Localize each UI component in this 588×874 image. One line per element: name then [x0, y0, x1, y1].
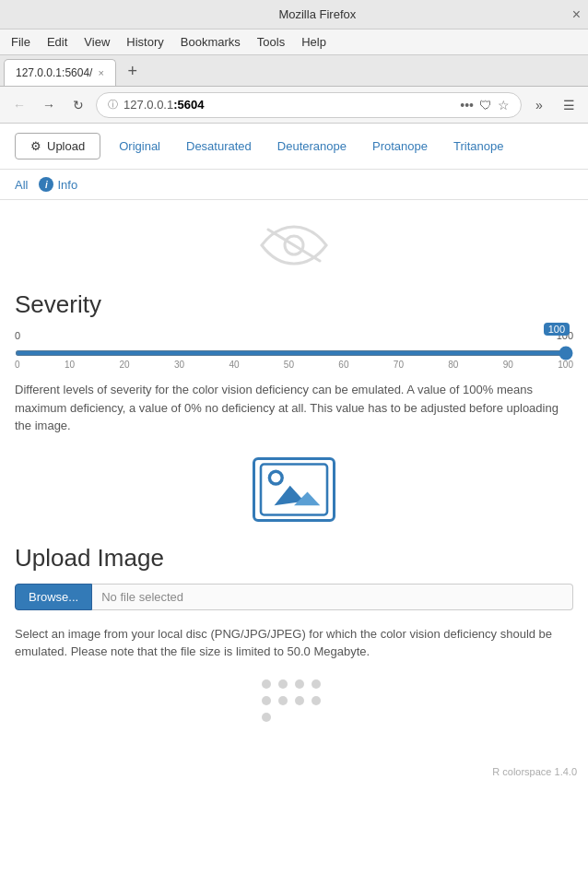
address-icons: ••• 🛡 ☆: [460, 98, 510, 112]
all-filter-button[interactable]: All: [15, 178, 28, 192]
more-icon[interactable]: •••: [460, 98, 474, 112]
forward-button[interactable]: →: [37, 93, 61, 117]
url-field[interactable]: ⓘ 127.0.0.1:5604 ••• 🛡 ☆: [96, 92, 522, 118]
window-title: Mozilla Firefox: [63, 7, 572, 21]
menu-edit[interactable]: Edit: [40, 32, 75, 52]
upload-image-section: Upload Image Browse... No file selected …: [15, 544, 573, 661]
tab-label: 127.0.0.1:5604/: [16, 66, 92, 79]
menubar: File Edit View History Bookmarks Tools H…: [0, 30, 588, 55]
image-icon-wrapper: [15, 457, 573, 522]
filter-row: All i Info: [0, 170, 588, 200]
spinner-dot: [278, 696, 288, 705]
image-placeholder-icon: [253, 457, 335, 522]
severity-slider[interactable]: [15, 350, 573, 356]
window-titlebar: Mozilla Firefox ×: [0, 0, 588, 30]
browser-tab[interactable]: 127.0.0.1:5604/ ×: [4, 59, 116, 86]
filter-tritanope[interactable]: Tritanope: [446, 136, 511, 157]
upload-button[interactable]: ⚙ Upload: [15, 133, 100, 159]
menu-help[interactable]: Help: [294, 32, 334, 52]
page-content: ⚙ Upload Original Desaturated Deuteranop…: [0, 124, 588, 874]
file-input-row: Browse... No file selected: [15, 584, 573, 610]
browse-button[interactable]: Browse...: [15, 584, 92, 610]
shield-icon[interactable]: 🛡: [479, 98, 492, 112]
url-text: 127.0.0.1:5604: [123, 98, 454, 112]
filter-protanope[interactable]: Protanope: [365, 136, 435, 157]
slider-value-badge: 100: [544, 323, 570, 336]
spinner-dot: [295, 679, 304, 689]
spinner-dot: [312, 679, 321, 689]
menu-button[interactable]: ☰: [557, 93, 581, 117]
slider-labels-top: 0 100: [15, 330, 573, 341]
eye-icon: [257, 222, 331, 268]
eye-icon-wrapper: [15, 222, 573, 268]
tab-bar: 127.0.0.1:5604/ × +: [0, 55, 588, 87]
spinner-dot: [278, 679, 288, 689]
expand-button[interactable]: »: [527, 93, 551, 117]
version-text: R colorspace 1.4.0: [0, 762, 588, 781]
new-tab-button[interactable]: +: [120, 59, 146, 83]
svg-point-6: [271, 473, 280, 482]
slider-ticks: 0 10 20 30 40 50 60 70 80 90 100: [15, 360, 573, 370]
menu-view[interactable]: View: [76, 32, 117, 52]
slider-min-label: 0: [15, 330, 20, 341]
menu-bookmarks[interactable]: Bookmarks: [173, 32, 248, 52]
reload-button[interactable]: ↻: [66, 93, 90, 117]
address-bar: ← → ↻ ⓘ 127.0.0.1:5604 ••• 🛡 ☆ » ☰: [0, 87, 588, 124]
severity-section: Severity 0 100 100 0 10 20 30 40 50 6: [15, 290, 573, 435]
spinner-dot: [295, 696, 304, 705]
back-button[interactable]: ←: [7, 93, 31, 117]
filter-original[interactable]: Original: [112, 136, 168, 157]
menu-tools[interactable]: Tools: [250, 32, 292, 52]
filter-desaturated[interactable]: Desaturated: [179, 136, 259, 157]
lock-icon: ⓘ: [108, 98, 118, 112]
info-label: Info: [57, 178, 77, 192]
menu-file[interactable]: File: [4, 32, 38, 52]
image-icon-svg: [257, 462, 331, 517]
tab-close-button[interactable]: ×: [98, 67, 103, 78]
bookmark-icon[interactable]: ☆: [498, 98, 510, 112]
filter-deuteranope[interactable]: Deuteranope: [270, 136, 354, 157]
upload-image-title: Upload Image: [15, 544, 573, 573]
spinner-dot: [262, 679, 271, 689]
severity-title: Severity: [15, 290, 573, 319]
spinner-dot: [262, 696, 271, 705]
svg-line-1: [268, 230, 320, 261]
severity-description: Different levels of severity for the col…: [15, 381, 573, 435]
loading-spinner: [262, 679, 326, 722]
upload-button-label: Upload: [47, 139, 85, 153]
menu-history[interactable]: History: [119, 32, 171, 52]
gear-icon: ⚙: [30, 139, 41, 153]
upload-description: Select an image from your local disc (PN…: [15, 625, 573, 661]
spinner-area: [15, 661, 573, 740]
spinner-dot: [262, 713, 271, 722]
info-icon: i: [39, 177, 53, 192]
info-filter-button[interactable]: i Info: [39, 177, 77, 192]
spinner-dot: [312, 696, 321, 705]
app-toolbar: ⚙ Upload Original Desaturated Deuteranop…: [0, 124, 588, 170]
slider-track-wrapper: 100: [15, 343, 573, 360]
window-close-button[interactable]: ×: [572, 6, 581, 23]
file-name-display: No file selected: [92, 584, 573, 610]
severity-slider-container: 0 100 100 0 10 20 30 40 50 60 70 80: [15, 330, 573, 370]
main-content-area: Severity 0 100 100 0 10 20 30 40 50 6: [0, 200, 588, 762]
